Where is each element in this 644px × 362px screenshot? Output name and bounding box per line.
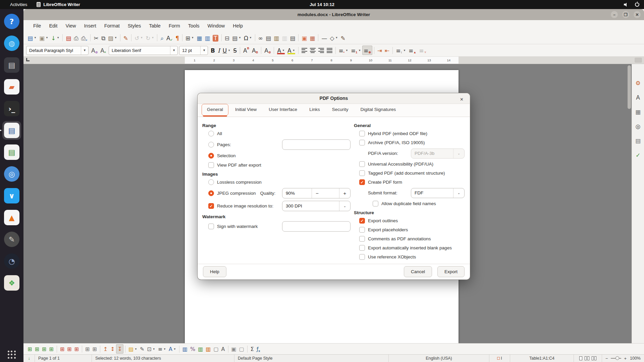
outline-list-icon[interactable]: ≡⊗ (362, 46, 372, 55)
insert-chart-icon[interactable]: ▥ (203, 33, 211, 43)
dock-item-impress[interactable]: ▰ (2, 77, 21, 96)
italic-icon[interactable]: I (216, 46, 221, 55)
border-painter-icon[interactable]: ✎ (139, 344, 146, 354)
chevron-down-icon[interactable]: ▼ (81, 46, 88, 55)
sum-icon[interactable]: Σ (249, 344, 255, 354)
number-format-icon[interactable]: ▢ (212, 344, 220, 354)
tab-general[interactable]: General (202, 104, 228, 116)
accessibility-check-deck-icon[interactable]: ✓ (634, 151, 642, 160)
sign-with-watermark-checkbox[interactable] (208, 224, 214, 229)
protect-cells-icon[interactable]: ▣ (230, 344, 238, 354)
save-status-icon[interactable]: ↓ (23, 355, 35, 362)
export-button[interactable]: Export (437, 266, 465, 277)
align-right-icon[interactable] (317, 46, 325, 55)
pages-input[interactable] (282, 140, 350, 149)
clock[interactable]: Jul 14 10:12 (310, 2, 334, 7)
tab-user-interface[interactable]: User Interface (263, 104, 303, 116)
window-titlebar[interactable]: modules.docx - LibreOffice Writer – ❐ ✕ (23, 9, 644, 20)
tagged-pdf-checkbox[interactable] (359, 170, 365, 176)
comments-as-annotations-checkbox[interactable] (359, 236, 365, 242)
basic-shapes-icon[interactable]: ◇▼ (328, 33, 339, 43)
insert-cross-reference-icon[interactable]: ▤ (288, 33, 297, 43)
insert-hyperlink-icon[interactable]: ∞ (257, 33, 264, 43)
show-draw-functions-icon[interactable]: ✎ (339, 33, 346, 43)
vertical-scrollbar[interactable] (628, 65, 632, 343)
align-bottom-icon[interactable]: ↧ (116, 344, 123, 354)
number-format-decimal-icon[interactable]: ▥ (204, 344, 212, 354)
dock-item-calc[interactable]: ▤ (2, 143, 21, 162)
menu-edit[interactable]: Edit (45, 21, 61, 30)
insert-endnote-icon[interactable]: ▥ (272, 33, 280, 43)
quality-value[interactable]: 90% (282, 191, 295, 196)
open-folder-icon[interactable]: ▣▼ (38, 33, 50, 43)
close-button[interactable]: ✕ (634, 11, 641, 18)
insert-image-icon[interactable]: ▦ (195, 33, 203, 43)
save-icon[interactable]: ↓▼ (50, 33, 61, 43)
dpi-combobox[interactable]: 300 DPI ⌄ (282, 201, 351, 211)
zoom-in-button[interactable]: + (624, 356, 627, 361)
font-size-combo[interactable]: 12 pt ▼ (179, 46, 208, 55)
rows-above-icon[interactable]: ⊞ (26, 344, 33, 354)
chevron-down-icon[interactable]: ▼ (200, 46, 208, 55)
border-color-icon[interactable]: A▼ (167, 344, 177, 354)
single-page-view-icon[interactable] (579, 356, 582, 360)
dock-item-vscode[interactable]: ∨ (2, 186, 21, 205)
properties-deck-icon[interactable]: ⚙ (634, 79, 642, 87)
chevron-down-icon[interactable]: ▼ (170, 46, 177, 55)
use-reference-xobjects-checkbox[interactable] (359, 254, 365, 260)
table-cell-reference[interactable]: Table1:A1:C4 (510, 355, 574, 362)
underline-icon[interactable]: U▼ (221, 46, 232, 55)
table-cell-background-color-icon[interactable]: ▨▼ (127, 344, 139, 354)
bold-icon[interactable]: B (209, 46, 216, 55)
zoom-percent[interactable]: 100% (629, 356, 644, 361)
font-color-icon[interactable]: A▼ (276, 46, 286, 55)
menu-table[interactable]: Table (145, 21, 164, 30)
insert-textbox-icon[interactable]: T (211, 33, 219, 43)
increase-paragraph-spacing-icon[interactable]: ≡▲ (407, 46, 418, 55)
cut-icon[interactable]: ✂ (92, 33, 100, 43)
cancel-button[interactable]: Cancel (404, 266, 432, 277)
quality-increase-button[interactable]: + (339, 188, 350, 198)
rows-below-icon[interactable]: ⊞ (33, 344, 40, 354)
selection-radio[interactable] (208, 153, 214, 159)
number-format-currency-icon[interactable]: ▥ (181, 344, 189, 354)
clone-formatting-icon[interactable]: ✎ (122, 33, 129, 43)
special-character-icon[interactable]: Ω▼ (243, 33, 253, 43)
align-left-icon[interactable] (300, 46, 309, 55)
jpeg-radio[interactable] (208, 190, 214, 196)
border-style-icon[interactable]: ≡▼ (157, 344, 167, 354)
tab-stop-selector[interactable] (26, 58, 30, 61)
show-applications-button[interactable] (8, 351, 16, 359)
dock-item-help[interactable]: ? (2, 12, 21, 31)
universal-accessibility-checkbox[interactable] (359, 161, 365, 167)
formula-icon[interactable]: ƒx (255, 344, 262, 354)
ordered-list-icon[interactable]: ≡1▼ (350, 46, 362, 55)
dock-item-terminal[interactable]: ›_ (2, 99, 21, 118)
tab-links[interactable]: Links (304, 104, 325, 116)
submit-format-combobox[interactable]: FDF ⌄ (411, 188, 465, 198)
dock-item-text-editor[interactable]: ▤ (2, 56, 21, 74)
quality-decrease-button[interactable]: − (312, 188, 323, 198)
minimize-button[interactable]: – (611, 11, 618, 18)
align-justified-icon[interactable] (325, 46, 334, 55)
spelling-check-icon[interactable]: A✓ (165, 33, 174, 43)
split-cells-icon[interactable]: ⊞ (91, 344, 98, 354)
copy-icon[interactable]: ⧉ (100, 33, 107, 43)
merge-cells-icon[interactable]: ⊞ (84, 344, 91, 354)
borders-icon[interactable]: ⊡▼ (146, 344, 156, 354)
columns-before-icon[interactable]: ⊞ (41, 344, 48, 354)
unordered-list-icon[interactable]: ≡•▼ (337, 46, 350, 55)
text-language[interactable]: English (USA) (389, 355, 489, 362)
decrease-indent-icon[interactable]: ⇤ (383, 46, 391, 55)
dock-item-gimp[interactable]: ✎ (2, 230, 21, 249)
track-changes-icon[interactable]: ▦ (308, 33, 316, 43)
columns-after-icon[interactable]: ⊞ (48, 344, 55, 354)
menu-view[interactable]: View (62, 21, 79, 30)
center-vertically-icon[interactable]: ↕ (109, 344, 116, 354)
menu-styles[interactable]: Styles (124, 21, 145, 30)
menu-tools[interactable]: Tools (184, 21, 203, 30)
sidebar-scroll-button[interactable] (635, 58, 642, 63)
insert-comment-icon[interactable]: ▣ (300, 33, 308, 43)
formatting-marks-icon[interactable]: ¶ (174, 33, 180, 43)
new-style-icon[interactable]: A+ (99, 46, 107, 55)
